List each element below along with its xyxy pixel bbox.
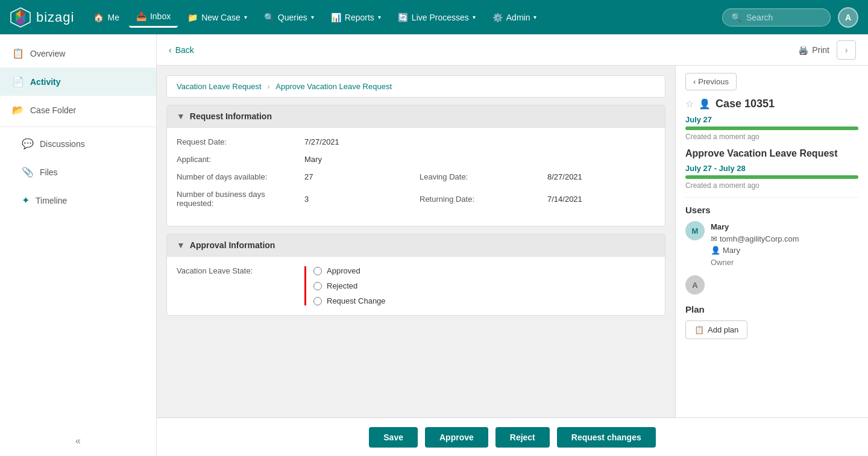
users-title: Users bbox=[685, 205, 858, 215]
business-days-label: Number of business days requested: bbox=[177, 190, 297, 208]
discussions-icon: 💬 bbox=[22, 138, 34, 149]
request-info-section: ▼ Request Information Request Date: 7/27… bbox=[166, 105, 665, 226]
radio-request-change-input[interactable] bbox=[313, 297, 322, 305]
request-info-body: Request Date: 7/27/2021 Applicant: Mary … bbox=[167, 128, 665, 226]
days-available-label: Number of days available: bbox=[177, 172, 297, 181]
home-icon: 🏠 bbox=[93, 13, 104, 22]
reject-button[interactable]: Reject bbox=[495, 427, 550, 448]
sidebar-item-files[interactable]: 📎 Files bbox=[0, 158, 156, 186]
radio-rejected-input[interactable] bbox=[313, 282, 322, 290]
breadcrumb: Vacation Leave Request › Approve Vacatio… bbox=[166, 75, 665, 98]
user-avatar-button[interactable]: A bbox=[838, 7, 858, 28]
business-days-row: Number of business days requested: 3 Ret… bbox=[177, 190, 655, 208]
business-days-value: 3 bbox=[304, 195, 412, 204]
user-item-a: A bbox=[685, 275, 858, 295]
request-changes-button[interactable]: Request changes bbox=[557, 427, 656, 448]
toolbar: ‹ Back 🖨️ Print › bbox=[157, 34, 868, 66]
radio-approved-input[interactable] bbox=[313, 267, 322, 275]
overview-icon: 📋 bbox=[12, 48, 24, 59]
vacation-state-options: Approved Rejected Request Change bbox=[304, 266, 655, 305]
print-button[interactable]: 🖨️ Print bbox=[798, 45, 829, 55]
days-available-value: 27 bbox=[304, 172, 412, 181]
previous-button[interactable]: ‹ Previous bbox=[685, 73, 737, 90]
logo-icon bbox=[10, 7, 31, 28]
case-folder-icon: 📂 bbox=[12, 104, 24, 116]
back-button[interactable]: ‹ Back bbox=[169, 45, 194, 55]
sidebar-item-case-folder[interactable]: 📂 Case Folder bbox=[0, 96, 156, 124]
case-progress-bar bbox=[685, 126, 858, 130]
inbox-icon: 📥 bbox=[136, 11, 146, 21]
timeline-icon: ✦ bbox=[22, 195, 30, 206]
print-icon: 🖨️ bbox=[798, 45, 808, 55]
search-input[interactable] bbox=[746, 13, 819, 22]
returning-date-label: Returning Date: bbox=[420, 195, 540, 204]
radio-approved[interactable]: Approved bbox=[313, 266, 655, 275]
admin-icon: ⚙️ bbox=[492, 13, 503, 22]
request-date-row: Request Date: 7/27/2021 bbox=[177, 137, 478, 146]
email-icon: ✉ bbox=[711, 233, 717, 245]
sidebar-collapse-button[interactable]: « bbox=[75, 436, 81, 446]
applicant-value: Mary bbox=[304, 155, 478, 164]
approval-toggle-icon[interactable]: ▼ bbox=[177, 240, 185, 250]
section-toggle-icon[interactable]: ▼ bbox=[177, 111, 185, 121]
nav-live-processes[interactable]: 🔄 Live Processes ▾ bbox=[391, 8, 483, 27]
radio-request-change[interactable]: Request Change bbox=[313, 296, 655, 305]
prev-chevron-icon: ‹ bbox=[693, 77, 696, 86]
nav-inbox[interactable]: 📥 Inbox bbox=[129, 7, 178, 28]
sidebar-divider bbox=[0, 126, 156, 127]
applicant-label: Applicant: bbox=[177, 155, 297, 164]
live-processes-icon: 🔄 bbox=[398, 13, 408, 22]
sidebar: 📋 Overview 📄 Activity 📂 Case Folder 💬 Di… bbox=[0, 34, 157, 456]
task-title: Approve Vacation Leave Request bbox=[685, 148, 858, 159]
user-username-mary: 👤 Mary bbox=[711, 245, 799, 257]
plan-section: Plan 📋 Add plan bbox=[685, 304, 858, 339]
radio-rejected[interactable]: Rejected bbox=[313, 281, 655, 290]
nav-new-case[interactable]: 📁 New Case ▾ bbox=[180, 8, 254, 27]
case-header: ☆ 👤 Case 10351 bbox=[685, 98, 858, 110]
request-date-label: Request Date: bbox=[177, 137, 297, 146]
next-arrow-button[interactable]: › bbox=[837, 40, 856, 60]
nav-admin[interactable]: ⚙️ Admin ▾ bbox=[485, 8, 544, 27]
add-plan-button[interactable]: 📋 Add plan bbox=[685, 320, 747, 339]
star-icon[interactable]: ☆ bbox=[685, 98, 694, 110]
task-created-label: Created a moment ago bbox=[685, 181, 858, 190]
sidebar-item-activity[interactable]: 📄 Activity bbox=[0, 67, 156, 96]
returning-date-value: 7/14/2021 bbox=[547, 195, 655, 204]
activity-icon: 📄 bbox=[12, 76, 24, 87]
days-available-row: Number of days available: 27 Leaving Dat… bbox=[177, 172, 655, 181]
breadcrumb-separator: › bbox=[267, 82, 272, 91]
applicant-row: Applicant: Mary bbox=[177, 155, 478, 164]
user-role-mary: Owner bbox=[711, 257, 799, 269]
nav-me[interactable]: 🏠 Me bbox=[86, 8, 126, 27]
case-date-label: July 27 bbox=[685, 115, 858, 124]
case-title: Case 10351 bbox=[715, 98, 775, 110]
sidebar-item-overview[interactable]: 📋 Overview bbox=[0, 39, 156, 67]
leaving-date-label: Leaving Date: bbox=[420, 172, 540, 181]
approve-button[interactable]: Approve bbox=[425, 427, 488, 448]
back-chevron-icon: ‹ bbox=[169, 45, 172, 55]
logo[interactable]: bizagi bbox=[10, 7, 74, 28]
breadcrumb-part2: Approve Vacation Leave Request bbox=[275, 82, 392, 91]
logo-text: bizagi bbox=[36, 10, 74, 25]
case-created-label: Created a moment ago bbox=[685, 133, 858, 141]
main-split: Vacation Leave Request › Approve Vacatio… bbox=[157, 66, 868, 417]
user-icon: 👤 bbox=[711, 245, 720, 257]
main-layout: 📋 Overview 📄 Activity 📂 Case Folder 💬 Di… bbox=[0, 34, 868, 456]
reports-icon: 📊 bbox=[331, 13, 341, 22]
live-processes-chevron: ▾ bbox=[473, 14, 476, 20]
form-area: Vacation Leave Request › Approve Vacatio… bbox=[157, 66, 675, 417]
sidebar-item-timeline[interactable]: ✦ Timeline bbox=[0, 186, 156, 214]
user-email-mary: ✉ tomh@agilityCorp.com bbox=[711, 233, 799, 245]
sidebar-item-discussions[interactable]: 💬 Discussions bbox=[0, 130, 156, 158]
search-bar[interactable]: 🔍 bbox=[722, 8, 831, 27]
bottom-bar: Save Approve Reject Request changes bbox=[157, 417, 868, 456]
vacation-state-row: Vacation Leave State: Approved bbox=[177, 266, 655, 305]
search-icon: 🔍 bbox=[731, 13, 741, 22]
files-icon: 📎 bbox=[22, 166, 34, 178]
nav-right: 🔍 A bbox=[722, 7, 858, 28]
nav-reports[interactable]: 📊 Reports ▾ bbox=[324, 8, 388, 27]
share-icon[interactable]: 👤 bbox=[699, 98, 711, 110]
nav-queries[interactable]: 🔍 Queries ▾ bbox=[257, 8, 321, 27]
user-name-mary: Mary bbox=[711, 221, 799, 233]
save-button[interactable]: Save bbox=[369, 427, 418, 448]
